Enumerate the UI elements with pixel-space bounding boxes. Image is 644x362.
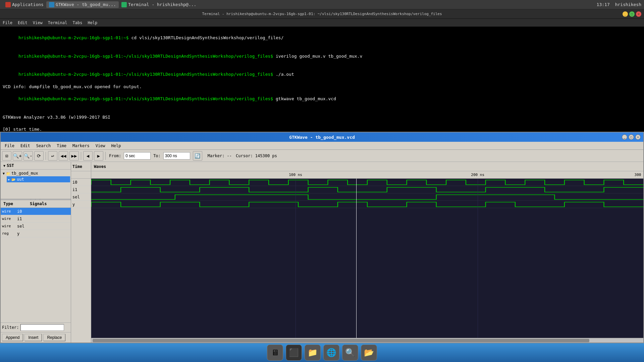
wave-label-sel: sel: [71, 193, 91, 201]
dock-item-terminal2[interactable]: ⬛: [286, 345, 302, 361]
sst-item-tb-good-mux[interactable]: ▼ 📁 tb_good_mux: [1, 170, 70, 176]
dock-item-files[interactable]: 📁: [305, 345, 321, 361]
toolbar-btn-refresh[interactable]: ⟳: [34, 151, 44, 161]
wave-svg-i0: [91, 179, 643, 186]
term-line-3: VCD info: dumpfile tb_good_mux.vcd opene…: [3, 84, 641, 90]
sst-folder-icon-tb: 📁: [6, 172, 10, 175]
toolbar-from-input[interactable]: 0 sec: [124, 152, 151, 160]
terminal-menu-tabs[interactable]: Tabs: [73, 20, 83, 25]
toolbar-to-input[interactable]: 300 ns: [163, 152, 190, 160]
terminal-menu-file[interactable]: File: [3, 20, 12, 25]
dock-item-terminal[interactable]: 🖥: [267, 345, 283, 361]
append-button[interactable]: Append: [2, 334, 23, 341]
gtkwave-menu-view[interactable]: View: [93, 143, 108, 149]
gtkwave-close-btn[interactable]: ✕: [635, 134, 641, 140]
taskbar-app-terminal[interactable]: Terminal - hrishikeshp@...: [119, 1, 199, 8]
wave-row-sel: [91, 193, 643, 201]
replace-button[interactable]: Replace: [43, 334, 65, 341]
signal-row-sel[interactable]: wire sel: [1, 223, 71, 230]
terminal-taskbar-icon: [121, 2, 127, 7]
scrollbar-thumb[interactable]: [93, 339, 589, 342]
toolbar-btn-fwd[interactable]: ▶▶: [69, 151, 79, 161]
signal-row-y[interactable]: reg y: [1, 230, 71, 237]
toolbar-btn-back[interactable]: ◀◀: [59, 151, 68, 161]
filter-area: Filter:: [1, 322, 71, 332]
terminal-window: Terminal - hrishikeshp@ubuntu-m-2vcpu-16…: [0, 9, 644, 132]
gtkwave-main: ▼ SST ▼ 📁 tb_good_mux ► 📂 uut: [1, 162, 643, 343]
time-tick-100ns: 100 ns: [289, 173, 302, 177]
gtkwave-menubar: File Edit Search Time Markers View Help: [1, 142, 643, 150]
signals-list[interactable]: wire i0 wire i1 wire sel reg y: [1, 208, 71, 322]
taskbar-app-applications[interactable]: Applications: [3, 1, 46, 8]
waves-scrollbar[interactable]: [91, 338, 643, 343]
terminal-minimize-btn[interactable]: _: [623, 11, 628, 17]
taskbar-app-gtkwave-label: GTKWave - tb_good_mu...: [56, 2, 116, 7]
taskbar-app-terminal-label: Terminal - hrishikeshp@...: [128, 2, 197, 7]
terminal-close-btn[interactable]: ✕: [636, 11, 641, 17]
signals-area: Type Signals wire i0 wire i1 wire sel: [1, 200, 71, 343]
sst-folder-icon-uut: 📂: [11, 178, 15, 181]
taskbar-right: 13:17 hrishikesh: [597, 2, 641, 7]
toolbar-btn-refresh2[interactable]: 🔄: [193, 151, 202, 161]
term-line-7: [3, 120, 641, 126]
toolbar-marker: Marker: --: [208, 154, 232, 158]
terminal-menu-terminal[interactable]: Terminal: [48, 20, 67, 25]
signal-type-i0: wire: [1, 209, 16, 214]
terminal-title: Terminal - hrishikeshp@ubuntu-m-2vcpu-16…: [202, 12, 442, 16]
gtkwave-minimize-btn[interactable]: _: [622, 134, 627, 140]
terminal-menu-help[interactable]: Help: [88, 20, 97, 25]
dock-item-files2[interactable]: 📂: [361, 345, 377, 361]
terminal-menu-edit[interactable]: Edit: [18, 20, 28, 25]
waveforms-area[interactable]: 100 ns 200 ns 300: [91, 171, 643, 343]
time-values-column: i0 i1 sel y: [71, 171, 91, 343]
time-axis-label: [71, 171, 91, 179]
signal-row-i0[interactable]: wire i0: [1, 208, 71, 215]
wave-svg-sel: [91, 193, 643, 201]
toolbar-sep-3: [105, 152, 106, 160]
toolbar-btn-next-edge[interactable]: ▶: [94, 151, 103, 161]
gtkwave-menu-search[interactable]: Search: [34, 143, 53, 149]
gtkwave-menu-help[interactable]: Help: [109, 143, 124, 149]
sst-tree[interactable]: ▼ 📁 tb_good_mux ► 📂 uut: [1, 170, 71, 199]
signal-name-y: y: [16, 231, 71, 236]
sst-label: SST: [7, 163, 14, 168]
waves-label: Waves: [94, 164, 106, 169]
time-column-header: Time: [71, 162, 91, 171]
signal-row-i1[interactable]: wire i1: [1, 215, 71, 223]
toolbar-btn-zoom-fit[interactable]: ⊡: [2, 151, 11, 161]
sst-expand-icon-uut: ►: [8, 178, 10, 181]
gtkwave-wm-buttons: _ □ ✕: [622, 134, 641, 140]
toolbar-btn-zoom-in[interactable]: 🔍+: [13, 151, 22, 161]
toolbar-sep-2: [81, 152, 81, 160]
gtkwave-window: GTKWave - tb_good_mux.vcd _ □ ✕ File Edi…: [0, 132, 644, 343]
wave-label-i0: i0: [71, 179, 91, 186]
term-line-0: hrishikeshp@ubuntu-m-2vcpu-16gb-sgp1-01:…: [3, 29, 641, 47]
gtkwave-taskbar-icon: [49, 2, 54, 7]
wave-label-y: y: [71, 201, 91, 208]
terminal-menu-view[interactable]: View: [33, 20, 43, 25]
insert-button[interactable]: Insert: [24, 334, 42, 341]
terminal-maximize-btn[interactable]: □: [629, 11, 635, 17]
gtkwave-menu-markers[interactable]: Markers: [70, 143, 92, 149]
toolbar-btn-zoom-out[interactable]: 🔍-: [23, 151, 33, 161]
dock-item-network[interactable]: 🌐: [323, 345, 339, 361]
taskbar-user: hrishikesh: [615, 2, 641, 7]
waves-header-label: Waves: [91, 162, 643, 171]
wave-signals[interactable]: [91, 179, 643, 338]
gtkwave-maximize-btn[interactable]: □: [629, 134, 634, 140]
gtkwave-menu-time[interactable]: Time: [54, 143, 69, 149]
filter-input[interactable]: [20, 324, 64, 331]
toolbar-btn-undo[interactable]: ↩: [48, 151, 57, 161]
sst-signals-area: ▼ SST ▼ 📁 tb_good_mux ► 📂 uut: [1, 162, 71, 343]
toolbar-from-label: From:: [109, 154, 121, 158]
terminal-content[interactable]: hrishikeshp@ubuntu-m-2vcpu-16gb-sgp1-01:…: [0, 27, 644, 132]
taskbar-bottom: 🖥 ⬛ 📁 🌐 🔍 📂: [0, 343, 644, 362]
terminal-wm-buttons: _ □ ✕: [623, 11, 641, 17]
taskbar-app-gtkwave[interactable]: GTKWave - tb_good_mu...: [46, 1, 119, 8]
gtkwave-menu-edit[interactable]: Edit: [18, 143, 33, 149]
toolbar-btn-prev-edge[interactable]: ◀: [83, 151, 93, 161]
dock-item-search[interactable]: 🔍: [342, 345, 358, 361]
sst-item-uut[interactable]: ► 📂 uut: [7, 176, 70, 182]
terminal-menubar: File Edit View Terminal Tabs Help: [0, 19, 644, 27]
gtkwave-menu-file[interactable]: File: [2, 143, 17, 149]
